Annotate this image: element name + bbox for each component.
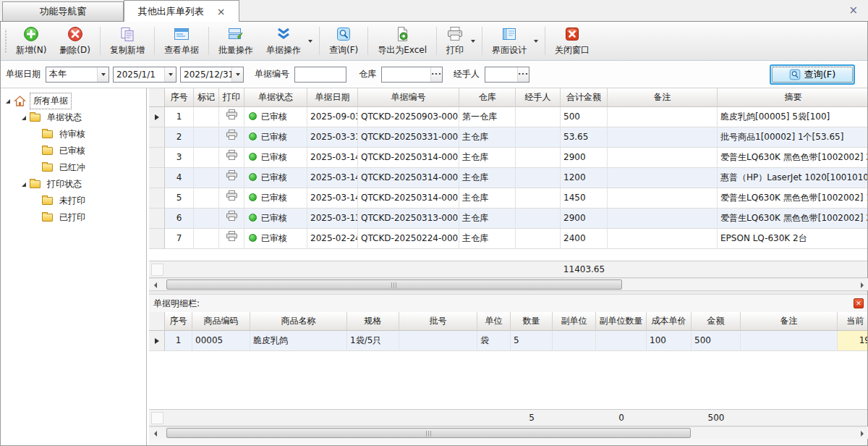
cell-mark[interactable] <box>194 148 219 168</box>
cell-remark[interactable] <box>741 331 838 351</box>
column-header-subunit[interactable]: 副单位 <box>553 312 596 331</box>
dropdown-arrow-icon[interactable] <box>307 23 316 59</box>
scroll-left-icon[interactable] <box>149 279 161 291</box>
column-header-handler[interactable]: 经手人 <box>516 88 561 107</box>
table-row[interactable]: 5已审核2025-03-14QTCKD-20250314-000主仓库1450爱… <box>149 188 868 209</box>
column-header-amount[interactable]: 合计金额 <box>561 88 608 107</box>
cell-number[interactable]: QTCKD-20250331-000 <box>358 127 459 148</box>
cell-number[interactable]: QTCKD-20250224-000 <box>358 229 459 249</box>
cell-remark[interactable] <box>608 127 718 148</box>
cell-unit[interactable]: 袋 <box>477 331 511 351</box>
ui-design-button[interactable]: 界面设计 <box>485 23 533 59</box>
scrollbar-thumb[interactable] <box>166 428 691 438</box>
cell-spec[interactable]: 1袋/5只 <box>347 331 399 351</box>
column-header-cost[interactable]: 成本单价 <box>647 312 692 331</box>
column-header-amount[interactable]: 金额 <box>692 312 741 331</box>
column-header-batch[interactable]: 批号 <box>399 312 477 331</box>
cell-remark[interactable] <box>608 168 718 188</box>
cell-handler[interactable] <box>516 127 561 148</box>
cell-seq[interactable]: 4 <box>165 168 194 188</box>
column-header-remark[interactable]: 备注 <box>608 88 718 107</box>
tree-node-all-documents[interactable]: 所有单据 <box>0 93 146 109</box>
cell-mark[interactable] <box>194 168 219 188</box>
cell-print[interactable] <box>219 229 244 249</box>
cell-print[interactable] <box>219 107 244 127</box>
cell-handler[interactable] <box>516 209 561 229</box>
cell-seq[interactable]: 1 <box>165 331 192 351</box>
cell-summary[interactable]: 脆皮乳鸽[00005] 5袋[100] <box>718 107 868 127</box>
cell-date[interactable]: 2025-03-13 <box>307 209 358 229</box>
dropdown-arrow-icon[interactable] <box>470 23 479 59</box>
column-header-status[interactable]: 单据状态 <box>244 88 307 107</box>
cell-date[interactable]: 2025-03-14 <box>307 148 358 168</box>
cell-amount[interactable]: 2400 <box>561 229 608 249</box>
cell-warehouse[interactable]: 主仓库 <box>459 209 516 229</box>
tab-function-navigation[interactable]: 功能导航窗 <box>2 1 124 21</box>
cell-handler[interactable] <box>516 107 561 127</box>
delete-button[interactable]: 删除(D) <box>53 23 97 59</box>
cell-status[interactable]: 已审核 <box>244 188 307 209</box>
table-row[interactable]: 4已审核2025-03-14QTCKD-20250314-000主仓库1200惠… <box>149 168 868 188</box>
table-row[interactable]: 1已审核2025-09-03QTCKD-20250903-000第一仓库500脆… <box>149 107 868 127</box>
column-header-code[interactable]: 商品编码 <box>192 312 250 331</box>
cell-warehouse[interactable]: 主仓库 <box>459 229 516 249</box>
batch-operation-button[interactable]: 批量操作 <box>212 23 260 59</box>
horizontal-scrollbar[interactable] <box>149 426 868 439</box>
cell-amount[interactable]: 2900 <box>561 209 608 229</box>
cell-status[interactable]: 已审核 <box>244 148 307 168</box>
scrollbar-thumb[interactable] <box>166 279 622 290</box>
close-window-button[interactable]: 关闭窗口 <box>548 23 596 59</box>
cell-summary[interactable]: 爱普生LQ630K 黑色色带[1002002] 2只 <box>718 209 868 229</box>
copy-new-button[interactable]: 复制新增 <box>103 23 151 59</box>
export-excel-button[interactable]: 导出为Excel <box>371 23 433 59</box>
cell-mark[interactable] <box>194 127 219 148</box>
new-button[interactable]: 新增(N) <box>9 23 53 59</box>
horizontal-scrollbar[interactable] <box>149 278 868 290</box>
tree-node-audited[interactable]: 已审核 <box>0 143 146 159</box>
column-header-name[interactable]: 商品名称 <box>250 312 347 331</box>
cell-subqty[interactable] <box>596 331 647 351</box>
cell-summary[interactable]: EPSON LQ-630K 2台 <box>718 229 868 249</box>
cell-seq[interactable]: 1 <box>165 107 194 127</box>
column-header-stock[interactable]: 当前 <box>838 312 868 331</box>
column-header-warehouse[interactable]: 仓库 <box>459 88 516 107</box>
cell-amount[interactable]: 2900 <box>561 148 608 168</box>
cell-handler[interactable] <box>516 148 561 168</box>
chevron-down-icon[interactable] <box>97 67 109 82</box>
tree-node-pending-audit[interactable]: 待审核 <box>0 126 146 143</box>
cell-amount[interactable]: 1200 <box>561 168 608 188</box>
cell-amount[interactable]: 500 <box>692 331 741 351</box>
cell-cost[interactable]: 100 <box>647 331 692 351</box>
cell-mark[interactable] <box>194 209 219 229</box>
expander-icon[interactable] <box>6 99 10 104</box>
cell-warehouse[interactable]: 主仓库 <box>459 127 516 148</box>
cell-warehouse[interactable]: 主仓库 <box>459 188 516 209</box>
cell-status[interactable]: 已审核 <box>244 209 307 229</box>
cell-print[interactable] <box>219 148 244 168</box>
query-button[interactable]: 查询(F) <box>770 64 855 85</box>
column-header-qty[interactable]: 数量 <box>511 312 553 331</box>
cell-status[interactable]: 已审核 <box>244 168 307 188</box>
cell-warehouse[interactable]: 主仓库 <box>459 168 516 188</box>
query-toolbar-button[interactable]: 查询(F) <box>323 23 365 59</box>
cell-print[interactable] <box>219 127 244 148</box>
cell-handler[interactable] <box>516 168 561 188</box>
cell-mark[interactable] <box>194 229 219 249</box>
ellipsis-icon[interactable]: ··· <box>517 67 529 82</box>
cell-number[interactable]: QTCKD-20250314-000 <box>358 148 459 168</box>
tab-other-outbound-list[interactable]: 其他出库单列表 × <box>124 0 239 22</box>
tabstrip-close-icon[interactable]: × <box>848 5 858 16</box>
table-row[interactable]: 7已审核2025-02-24QTCKD-20250224-000主仓库2400E… <box>149 229 868 249</box>
cell-warehouse[interactable]: 第一仓库 <box>459 107 516 127</box>
cell-summary[interactable]: 惠普（HP）LaserJet 1020[100101003 <box>718 168 868 188</box>
cell-seq[interactable]: 2 <box>165 127 194 148</box>
column-header-unit[interactable]: 单位 <box>477 312 511 331</box>
chevron-down-icon[interactable] <box>164 67 176 82</box>
cell-seq[interactable]: 3 <box>165 148 194 168</box>
cell-summary[interactable]: 批号商品1[00002] 1个[53.65] <box>718 127 868 148</box>
toolbar-grip[interactable] <box>4 29 7 53</box>
table-row[interactable]: 100005脆皮乳鸽1袋/5只袋510050019 <box>149 331 868 351</box>
doc-number-input[interactable] <box>294 67 346 83</box>
column-header-remark[interactable]: 备注 <box>741 312 838 331</box>
cell-summary[interactable]: 爱普生LQ630K 黑色色带[1002002] 2只 <box>718 148 868 168</box>
